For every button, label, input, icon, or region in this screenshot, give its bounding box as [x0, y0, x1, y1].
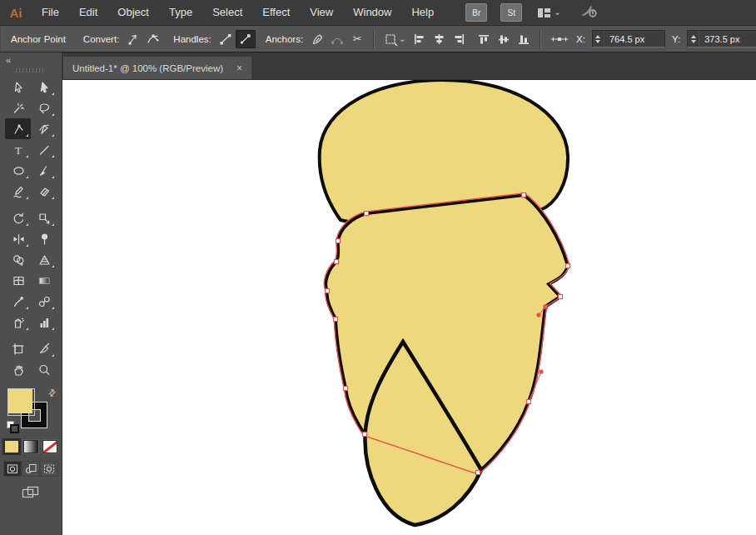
y-stepper[interactable] [688, 31, 699, 47]
tool-perspective-grid[interactable] [31, 249, 57, 270]
tool-anchor-point[interactable] [5, 118, 31, 139]
isolate-icon [550, 33, 569, 45]
convert-to-corner-button[interactable] [123, 30, 143, 48]
tool-symbol-sprayer[interactable] [5, 312, 31, 332]
column-graph-icon [37, 316, 51, 329]
default-fill-stroke-icon[interactable] [7, 421, 18, 431]
tool-eraser[interactable] [31, 181, 57, 202]
connect-endpoints-button[interactable] [327, 30, 347, 48]
draw-normal-button[interactable] [3, 461, 22, 477]
align-left-button[interactable] [409, 30, 429, 48]
swap-fill-stroke-icon[interactable]: ⇄ [46, 387, 59, 400]
draw-mode-buttons [3, 461, 58, 477]
tool-rotate[interactable] [5, 208, 31, 228]
none-button[interactable] [42, 440, 57, 453]
tool-scale[interactable] [31, 208, 57, 228]
close-icon[interactable]: × [236, 63, 242, 73]
menu-view[interactable]: View [300, 0, 343, 25]
blend-icon [37, 295, 51, 308]
align-top-icon [478, 33, 490, 45]
tool-shape-builder[interactable] [5, 249, 31, 270]
tool-selection[interactable] [5, 77, 31, 98]
artboard-canvas[interactable] [62, 80, 756, 535]
y-label: Y: [672, 34, 680, 44]
fill-swatch[interactable] [7, 388, 35, 416]
y-field[interactable]: 373.5 px [687, 30, 756, 48]
show-handles-button[interactable] [236, 30, 256, 48]
menu-type[interactable]: Type [159, 0, 202, 25]
gradient-button[interactable] [23, 440, 38, 453]
menu-edit[interactable]: Edit [69, 0, 107, 25]
cut-path-button[interactable]: ✂ [347, 30, 367, 48]
collapse-panel-button[interactable]: « [0, 52, 16, 65]
align-middle-button[interactable] [494, 30, 514, 48]
tool-zoom[interactable] [31, 359, 57, 380]
panel-grip[interactable] [0, 26, 1, 52]
tool-hand[interactable] [5, 359, 31, 380]
tool-width[interactable] [5, 228, 31, 249]
transform-menu-button[interactable]: ⌄ [380, 30, 409, 48]
tool-lasso[interactable] [31, 98, 57, 118]
tool-blend[interactable] [31, 291, 57, 312]
stock-button[interactable]: St [500, 3, 522, 22]
align-top-button[interactable] [474, 30, 494, 48]
color-button[interactable] [4, 440, 19, 453]
puppet-warp-pin-icon [37, 232, 51, 246]
app-logo: Ai [0, 6, 32, 20]
tool-line-segment[interactable] [31, 139, 57, 160]
tool-artboard[interactable] [5, 338, 31, 359]
tool-gradient[interactable] [31, 270, 57, 291]
paintbrush-icon [37, 164, 51, 178]
show-handles-icon [238, 32, 253, 46]
align-center-button[interactable] [429, 30, 449, 48]
panel-grip[interactable] [16, 68, 46, 72]
align-right-icon [453, 33, 465, 45]
menu-file[interactable]: File [32, 0, 69, 25]
convert-to-smooth-button[interactable] [143, 30, 163, 48]
selected-anchor-point[interactable] [544, 305, 549, 310]
menu-help[interactable]: Help [401, 0, 444, 25]
tool-mesh[interactable] [5, 270, 31, 291]
screen-mode-icon [22, 486, 40, 499]
x-value[interactable]: 764.5 px [604, 34, 644, 44]
menu-window[interactable]: Window [343, 0, 401, 25]
tool-magic-wand[interactable] [5, 98, 31, 118]
tool-direct-selection[interactable] [31, 77, 57, 98]
screen-mode-button[interactable] [22, 486, 40, 502]
menu-effect[interactable]: Effect [252, 0, 300, 25]
bridge-button[interactable]: Br [465, 3, 487, 22]
tool-curvature[interactable] [31, 118, 57, 139]
tool-column-graph[interactable] [31, 312, 57, 332]
tool-paintbrush[interactable] [31, 160, 57, 181]
handles-label: Handles: [173, 34, 211, 44]
document-tab[interactable]: Untitled-1* @ 100% (RGB/Preview) × [63, 57, 251, 79]
gpu-performance-button[interactable] [579, 4, 599, 22]
tool-puppet-warp[interactable] [31, 228, 57, 249]
separator [540, 30, 541, 48]
tool-shaper[interactable] [5, 181, 31, 202]
menu-select[interactable]: Select [202, 0, 252, 25]
anchor-point-icon [12, 122, 25, 136]
x-stepper[interactable] [593, 31, 604, 47]
tools-panel: « [0, 52, 62, 535]
tool-eyedropper[interactable] [5, 291, 31, 312]
slice-knife-icon [37, 342, 51, 356]
tool-ellipse[interactable] [5, 160, 31, 181]
draw-behind-button[interactable] [22, 461, 40, 477]
gradient-icon [37, 274, 51, 288]
y-value[interactable]: 373.5 px [699, 34, 739, 44]
align-center-icon [433, 33, 445, 45]
tool-slice[interactable] [31, 338, 57, 359]
workspace-switcher-button[interactable]: ⌄ [537, 8, 560, 18]
draw-inside-button[interactable] [40, 461, 58, 477]
align-left-icon [413, 33, 425, 45]
isolate-selection-button[interactable] [547, 30, 572, 48]
hide-handles-button[interactable] [216, 30, 236, 48]
menu-object[interactable]: Object [107, 0, 159, 25]
align-bottom-button[interactable] [514, 30, 534, 48]
align-right-button[interactable] [449, 30, 469, 48]
tool-type[interactable]: T [5, 139, 31, 160]
transform-box-icon [384, 32, 399, 46]
remove-anchor-button[interactable] [307, 30, 327, 48]
x-field[interactable]: 764.5 px [592, 30, 665, 48]
